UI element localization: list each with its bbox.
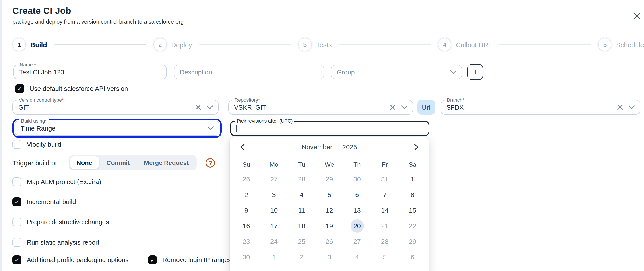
chevron-down-icon[interactable]: [206, 105, 213, 109]
calendar-day-19[interactable]: 19: [316, 218, 343, 234]
map-alm-project-row: Map ALM project (Ex:Jira): [12, 177, 101, 186]
vlocity-build-row: Vlocity build: [12, 140, 61, 149]
calendar-day-4: 4: [343, 249, 371, 265]
step-callout-url[interactable]: 4Callout URL: [438, 38, 492, 51]
pick-revisions-label: Pick revisions after (UTC): [235, 118, 294, 123]
check-icon: ✓: [14, 199, 20, 205]
weekday-label: Sa: [399, 161, 426, 168]
calendar-day-10[interactable]: 10: [260, 202, 288, 218]
checkbox-option-remove-login-ip-ranges[interactable]: ✓Remove login IP ranges: [148, 256, 231, 264]
step-tests[interactable]: 3Tests: [298, 38, 332, 51]
checkbox[interactable]: ✓: [15, 84, 24, 93]
build-using-select[interactable]: Build using* Time Range: [15, 121, 220, 135]
calendar-day-15[interactable]: 15: [399, 202, 426, 218]
calendar-day-24: 24: [260, 234, 288, 249]
step-build[interactable]: 1Build: [12, 38, 47, 51]
repository-select[interactable]: Repository* VSKR_GIT: [228, 100, 413, 115]
weekday-label: Su: [232, 161, 260, 168]
calendar-day-20[interactable]: 20: [343, 218, 371, 234]
calendar-day-2[interactable]: 2: [232, 187, 260, 202]
checkbox[interactable]: [12, 140, 22, 149]
weekday-header: SuMoTuWeThFrSa: [230, 157, 429, 171]
step-schedule[interactable]: 5Schedule: [598, 38, 644, 51]
checkbox-label: Vlocity build: [27, 141, 61, 148]
checkbox[interactable]: [12, 238, 22, 247]
calendar-year: 2025: [342, 143, 357, 151]
calendar-day-8[interactable]: 8: [399, 187, 426, 202]
checkbox-label: Use default salesforce API version: [30, 85, 128, 92]
weekday-label: Fr: [371, 161, 398, 168]
help-icon[interactable]: ?: [206, 158, 215, 167]
calendar-day-23: 23: [232, 234, 260, 249]
branch-select[interactable]: Branch* SFDX: [441, 100, 640, 115]
calendar-day-14[interactable]: 14: [371, 202, 398, 218]
name-field[interactable]: Name * Test CI Job 123: [14, 65, 167, 79]
trigger-option-merge-request[interactable]: Merge Request: [137, 156, 196, 169]
checkbox[interactable]: [12, 218, 22, 227]
calendar-day-6[interactable]: 6: [343, 187, 371, 202]
checkbox-option-incremental-build[interactable]: ✓Incremental build: [12, 198, 76, 206]
checkbox[interactable]: [12, 177, 22, 186]
chevron-down-icon[interactable]: [208, 126, 214, 130]
calendar-day-13[interactable]: 13: [343, 202, 371, 218]
checkbox[interactable]: ✓: [148, 256, 157, 264]
checkbox[interactable]: ✓: [12, 256, 22, 264]
checkbox-option-map-alm-project-ex-jira-[interactable]: Map ALM project (Ex:Jira): [12, 177, 101, 186]
calendar-day-16[interactable]: 16: [232, 218, 260, 234]
calendar-day-17[interactable]: 17: [260, 218, 288, 234]
page-subtitle: package and deploy from a version contro…: [12, 19, 184, 25]
calendar-day-11[interactable]: 11: [288, 202, 316, 218]
checkbox[interactable]: ✓: [12, 198, 22, 206]
repository-value: VSKR_GIT: [234, 104, 266, 111]
trigger-option-none[interactable]: None: [70, 156, 99, 169]
calendar-day-5: 5: [371, 249, 398, 265]
calendar-day-1[interactable]: 1: [399, 171, 426, 187]
vcs-label: Version control type*: [17, 97, 66, 102]
checkbox-label: Incremental build: [27, 198, 76, 206]
calendar-day-18[interactable]: 18: [288, 218, 316, 234]
group-select[interactable]: Group: [331, 65, 462, 79]
trigger-option-commit[interactable]: Commit: [100, 156, 136, 169]
step-label: Build: [30, 41, 47, 48]
chevron-left-icon: [240, 143, 245, 150]
close-button[interactable]: [632, 11, 642, 21]
add-group-button[interactable]: +: [468, 64, 483, 80]
checkbox-option-prepare-destructive-changes[interactable]: Prepare destructive changes: [12, 218, 109, 227]
calendar-day-5[interactable]: 5: [316, 187, 343, 202]
required-asterisk: *: [34, 62, 36, 67]
url-button[interactable]: Url: [418, 100, 435, 115]
checkbox-option-additional-profile-packaging-options[interactable]: ✓Additional profile packaging options: [12, 256, 128, 264]
calendar-day-28: 28: [371, 234, 398, 249]
weekday-label: Th: [343, 161, 371, 168]
clear-icon[interactable]: [390, 104, 396, 110]
pick-revisions-input[interactable]: Pick revisions after (UTC): [230, 121, 430, 136]
weekday-label: Tu: [288, 161, 316, 168]
calendar-day-30: 30: [232, 249, 260, 265]
close-icon: [633, 12, 641, 20]
chevron-down-icon[interactable]: [450, 70, 457, 74]
description-field[interactable]: Description: [174, 65, 324, 79]
build-using-label: Build using*: [19, 118, 48, 123]
calendar-day-3[interactable]: 3: [260, 187, 288, 202]
previous-month-button[interactable]: [238, 142, 248, 152]
version-control-type-select[interactable]: Version control type* GIT: [12, 100, 218, 115]
build-using-value: Time Range: [20, 125, 56, 132]
chevron-down-icon[interactable]: [401, 105, 408, 109]
calendar-day-4[interactable]: 4: [288, 187, 316, 202]
checkbox-option-run-static-analysis-report[interactable]: Run static analysis report: [12, 238, 100, 247]
checkbox-option-vlocity-build[interactable]: Vlocity build: [12, 140, 61, 149]
step-deploy[interactable]: 2Deploy: [154, 38, 192, 51]
clear-icon[interactable]: [195, 104, 201, 110]
page-edge: [0, 0, 2, 271]
calendar-day-9[interactable]: 9: [232, 202, 260, 218]
plus-icon: +: [472, 66, 478, 78]
calendar-day-12[interactable]: 12: [316, 202, 343, 218]
api-version-checkbox-row[interactable]: ✓ Use default salesforce API version: [15, 84, 128, 93]
step-number: 2: [154, 38, 167, 51]
required-asterisk: *: [62, 97, 64, 102]
chevron-down-icon[interactable]: [628, 105, 635, 109]
calendar-day-7[interactable]: 7: [371, 187, 398, 202]
weekday-label: We: [316, 161, 343, 168]
clear-icon[interactable]: [617, 104, 623, 110]
next-month-button[interactable]: [411, 142, 421, 152]
